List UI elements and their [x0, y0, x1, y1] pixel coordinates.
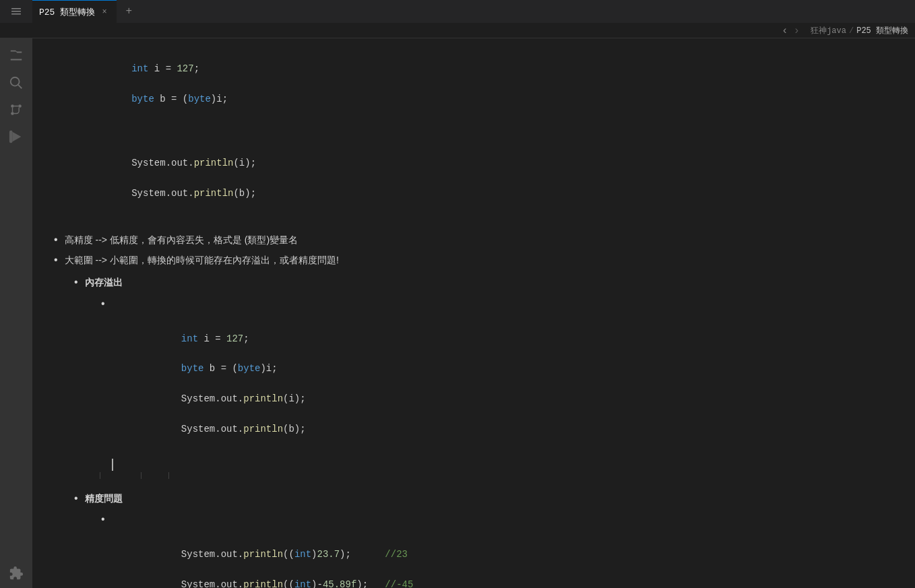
tab-close-button[interactable]: × [99, 7, 110, 18]
source-control-icon[interactable] [4, 98, 28, 122]
memory-overflow-label: 內存溢出 [85, 275, 123, 290]
breadcrumb-bar: ‹ › 狂神java / P25 類型轉換 [0, 24, 915, 38]
nav-forward-button[interactable]: › [794, 25, 800, 37]
breadcrumb-separator: / [849, 26, 854, 36]
top-code-println: System.out.println(i); System.out.printl… [46, 141, 902, 216]
tab-label: P25 類型轉換 [39, 6, 95, 18]
nav-back-button[interactable]: ‹ [782, 25, 788, 37]
svg-rect-1 [11, 11, 21, 12]
extensions-icon[interactable] [4, 561, 28, 585]
breadcrumb-part2: P25 類型轉換 [856, 25, 908, 36]
svg-marker-8 [13, 132, 22, 142]
svg-point-6 [18, 104, 22, 108]
content-area: int i = 127; byte b = (byte)i; System.ou… [32, 38, 915, 588]
memory-code-block: int i = 127; byte b = (byte)i; System.ou… [100, 316, 902, 452]
sidebar-icons [0, 38, 32, 588]
bullet-1-text: 高精度 --> 低精度，會有內容丟失，格式是 (類型)變量名 [65, 232, 298, 247]
new-tab-button[interactable]: + [119, 2, 138, 21]
bullet-1: • 高精度 --> 低精度，會有內容丟失，格式是 (類型)變量名 [46, 232, 902, 250]
active-tab[interactable]: P25 類型轉換 × [32, 0, 117, 24]
debug-icon[interactable] [4, 125, 28, 149]
svg-point-7 [11, 112, 14, 115]
bullet-2-text: 大範圍 --> 小範圍，轉換的時候可能存在內存溢出，或者精度問題! [65, 253, 339, 267]
sidebar-toggle-button[interactable] [0, 0, 32, 24]
svg-rect-9 [10, 131, 12, 143]
main-layout: int i = 127; byte b = (byte)i; System.ou… [0, 38, 915, 588]
svg-rect-0 [11, 8, 21, 9]
precision-label: 精度問題 [85, 491, 123, 506]
search-icon[interactable] [4, 71, 28, 95]
tab-bar: P25 類型轉換 × + [0, 0, 915, 24]
bullet-2: • 大範圍 --> 小範圍，轉換的時候可能存在內存溢出，或者精度問題! [46, 253, 902, 270]
svg-point-3 [11, 77, 20, 86]
precision-code-block: System.out.println((int)23.7); //23 Syst… [100, 532, 902, 588]
breadcrumb-part1: 狂神java [811, 25, 846, 36]
explorer-icon[interactable] [4, 44, 28, 68]
note-content[interactable]: int i = 127; byte b = (byte)i; System.ou… [32, 38, 915, 588]
svg-line-4 [18, 85, 22, 88]
svg-rect-2 [11, 13, 21, 15]
svg-point-5 [11, 104, 14, 108]
top-code-block: int i = 127; byte b = (byte)i; [46, 46, 902, 122]
memory-overflow-heading: • 內存溢出 [73, 275, 902, 292]
precision-heading: • 精度問題 [73, 491, 902, 509]
